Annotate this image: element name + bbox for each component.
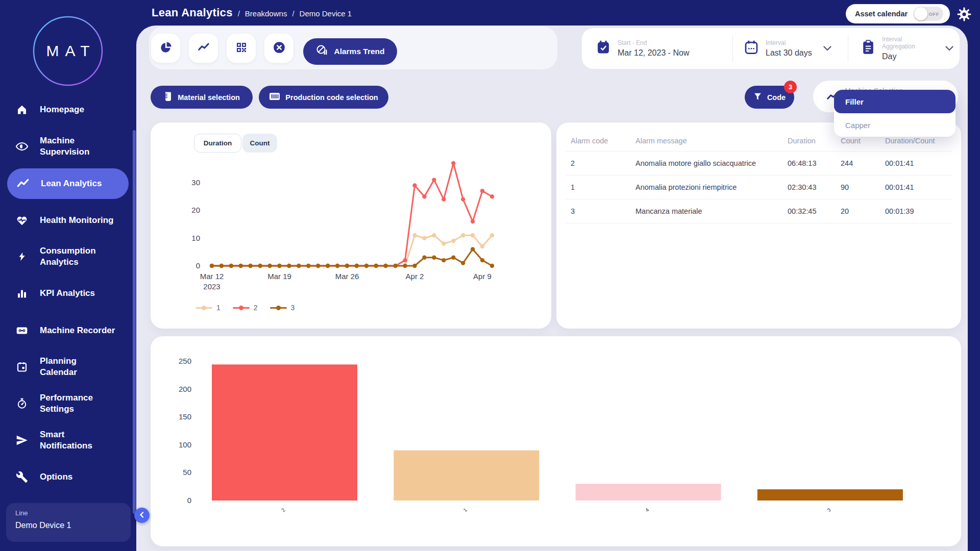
eye-icon [15, 140, 29, 153]
svg-text:10: 10 [191, 234, 200, 242]
alarm-table-card: Alarm code Alarm message Duration Count … [556, 122, 961, 329]
legend-item[interactable]: 2 [233, 304, 258, 312]
chevron-down-icon [823, 44, 831, 53]
chart-legend: 1 2 3 [195, 304, 295, 312]
svg-text:0: 0 [196, 261, 200, 270]
sidebar-item-homepage[interactable]: Homepage [0, 102, 130, 117]
sidebar-scrollbar[interactable] [133, 130, 136, 514]
production-code-selection-button[interactable]: Production code selection [259, 86, 388, 109]
cell-duration: 06:48:13 [788, 159, 816, 167]
sidebar-item-label: KPI Analytics [40, 288, 95, 299]
svg-text:50: 50 [183, 468, 191, 477]
asset-calendar-pill: Asset calendar OFF [846, 4, 950, 23]
calendar-icon [15, 360, 29, 373]
sidebar-item-label: Options [40, 471, 72, 483]
col-header-duration: Duration [788, 137, 816, 145]
svg-text:20: 20 [191, 206, 200, 214]
material-selection-button[interactable]: Material selection [151, 86, 253, 109]
alarms-trend-tab[interactable]: Alarms Trend [303, 38, 397, 65]
cell-alarm-code: 3 [571, 207, 575, 215]
cell-duration-count: 00:01:41 [885, 183, 914, 191]
col-header-alarm-message: Alarm message [635, 137, 687, 145]
svg-text:30: 30 [191, 178, 200, 187]
home-icon [15, 103, 29, 116]
calendar-interval-icon [744, 40, 758, 57]
logo-text: MAT [46, 42, 95, 59]
interval-label: Interval [766, 39, 812, 46]
date-filter-panel: Start - End Mar 12, 2023 - Now Interval … [582, 28, 960, 69]
legend-marker [270, 307, 287, 309]
legend-item[interactable]: 1 [195, 304, 220, 312]
breadcrumb-item[interactable]: Breakdowns [245, 9, 287, 18]
settings-gear-icon[interactable] [957, 7, 972, 24]
svg-text:200: 200 [179, 385, 191, 393]
svg-text:4: 4 [644, 507, 650, 513]
cell-alarm-message: Anomalia motore giallo sciacquatrice [635, 159, 756, 167]
start-end-picker[interactable]: Start - End Mar 12, 2023 - Now [596, 28, 690, 69]
cell-alarm-code: 1 [571, 183, 575, 191]
sidebar-item-machine-recorder[interactable]: Machine Recorder [0, 323, 130, 338]
legend-label: 1 [216, 304, 220, 312]
heart-pulse-icon [15, 214, 29, 227]
sidebar-collapse-button[interactable] [134, 508, 150, 523]
chevron-down-icon [945, 44, 953, 53]
pie-view-button[interactable] [151, 34, 180, 63]
sidebar-item-consumption-analytics[interactable]: Consumption Analytics [0, 244, 130, 269]
sidebar-item-machine-supervision[interactable]: Machine Supervision [0, 134, 130, 159]
sidebar-item-kpi-analytics[interactable]: KPI Analytics [0, 286, 130, 301]
dropdown-option-capper[interactable]: Capper [834, 113, 955, 137]
sidebar-item-health-monitoring[interactable]: Health Monitoring [0, 213, 130, 228]
cell-count: 244 [841, 159, 853, 167]
close-view-button[interactable] [264, 34, 293, 63]
code-filter-badge: 3 [784, 81, 797, 93]
start-end-label: Start - End [618, 39, 690, 46]
col-header-count: Count [841, 137, 861, 145]
send-icon [15, 434, 29, 447]
asset-calendar-toggle[interactable]: OFF [914, 7, 943, 21]
chevron-left-icon [139, 511, 145, 520]
stopwatch-icon [15, 397, 29, 410]
sidebar-item-lean-analytics[interactable]: Lean Analytics [7, 168, 129, 199]
alarms-trend-icon [315, 44, 329, 59]
cell-duration: 02:30:43 [788, 183, 816, 191]
sidebar-item-label: Smart Notifications [40, 429, 106, 452]
legend-item[interactable]: 3 [270, 304, 295, 312]
toggle-knob [914, 7, 927, 20]
device-card-label: Line [15, 509, 121, 517]
app-logo: MAT [32, 15, 104, 89]
sidebar-item-planning-calendar[interactable]: Planning Calendar [0, 355, 130, 379]
col-header-duration-count: Duration/Count [885, 137, 935, 145]
code-filter-label: Code [767, 93, 786, 102]
sidebar-item-label: Machine Supervision [40, 135, 106, 158]
page-title[interactable]: Lean Analytics [152, 6, 233, 19]
cell-duration-count: 00:01:39 [885, 207, 914, 215]
svg-text:3: 3 [826, 507, 832, 513]
dropdown-option-filler[interactable]: Filler [834, 90, 955, 113]
cell-count: 20 [841, 207, 849, 215]
sidebar-item-options[interactable]: Options [0, 469, 130, 485]
trend-view-button[interactable] [189, 34, 218, 63]
sidebar-item-label: Health Monitoring [40, 215, 113, 226]
svg-text:2023: 2023 [203, 282, 220, 291]
trend-icon [16, 177, 30, 190]
machine-selection-dropdown: Filler Capper [834, 90, 955, 137]
toggle-state-label: OFF [929, 11, 940, 17]
sidebar-item-label: Machine Recorder [40, 325, 115, 336]
aggregation-value: Day [882, 52, 916, 61]
interval-picker[interactable]: Interval Last 30 days [744, 28, 841, 69]
sidebar-item-label: Planning Calendar [40, 356, 106, 378]
sidebar-item-performance-settings[interactable]: Performance Settings [0, 391, 130, 416]
svg-text:2: 2 [280, 507, 286, 513]
breadcrumb-item[interactable]: Demo Device 1 [300, 9, 352, 18]
device-card: Line Demo Device 1 [6, 503, 131, 542]
aggregation-picker[interactable]: Interval Aggregation Day [862, 28, 953, 69]
sidebar-item-label: Consumption Analytics [40, 245, 106, 268]
svg-text:Apr 9: Apr 9 [473, 272, 492, 281]
wrench-icon [15, 470, 29, 484]
legend-label: 2 [254, 304, 258, 312]
qr-view-button[interactable] [227, 34, 256, 63]
aggregation-label: Interval Aggregation [882, 36, 916, 50]
svg-text:Mar 19: Mar 19 [267, 272, 291, 281]
sidebar-item-smart-notifications[interactable]: Smart Notifications [0, 428, 130, 453]
alarms-line-chart: 0102030Mar 122023Mar 19Mar 26Apr 2Apr 9 [168, 145, 526, 298]
